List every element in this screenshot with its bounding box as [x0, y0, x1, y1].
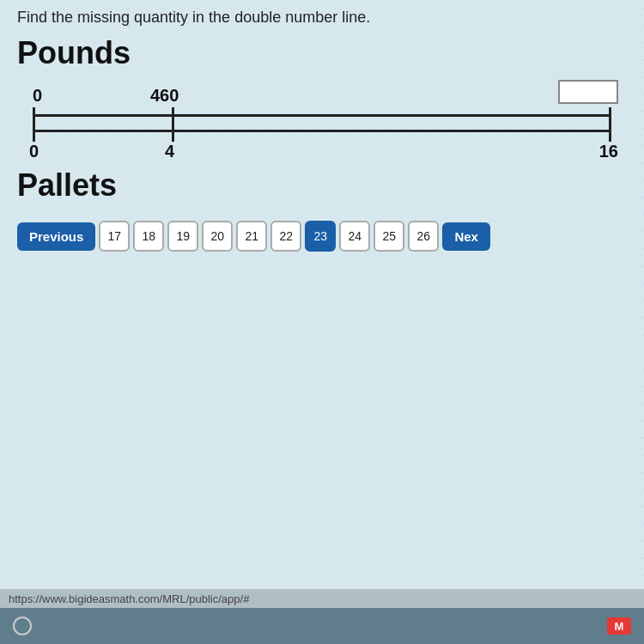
- bottom-value-0: 0: [29, 142, 39, 161]
- previous-button[interactable]: Previous: [17, 222, 95, 251]
- bottom-line: [33, 130, 611, 132]
- tick-460-top: [172, 107, 174, 126]
- top-scale: 0 460: [17, 80, 627, 106]
- bottom-value-16: 16: [599, 142, 618, 161]
- main-content: Find the missing quantity in the double …: [0, 0, 644, 592]
- page-btn-23[interactable]: 23: [305, 221, 336, 252]
- number-line-track: [17, 106, 627, 140]
- taskbar: M: [0, 608, 644, 644]
- pallets-label: Pallets: [17, 167, 627, 204]
- page-btn-18[interactable]: 18: [133, 221, 164, 252]
- bottom-scale: 0 4 16: [17, 142, 627, 167]
- tick-460-bottom: [172, 125, 174, 142]
- answer-input-box[interactable]: [558, 80, 618, 104]
- instruction-text: Find the missing quantity in the double …: [17, 9, 627, 27]
- top-line: [33, 114, 611, 117]
- page-btn-19[interactable]: 19: [167, 221, 198, 252]
- tick-left-top: [33, 107, 35, 126]
- top-value-0: 0: [33, 86, 42, 106]
- page-btn-20[interactable]: 20: [202, 221, 233, 252]
- next-button[interactable]: Nex: [442, 222, 490, 251]
- top-value-460: 460: [150, 86, 179, 106]
- page-btn-22[interactable]: 22: [270, 221, 301, 252]
- mail-icon[interactable]: M: [607, 617, 631, 635]
- url-text: https://www.bigideasmath.com/MRL/public/…: [9, 592, 249, 605]
- pounds-label: Pounds: [17, 35, 627, 71]
- number-line-container: 0 460 0 4 16: [17, 80, 627, 167]
- page-btn-25[interactable]: 25: [374, 221, 404, 252]
- tick-right-bottom: [609, 125, 611, 142]
- status-bar: https://www.bigideasmath.com/MRL/public/…: [0, 589, 644, 608]
- page-btn-17[interactable]: 17: [99, 221, 130, 252]
- page-btn-26[interactable]: 26: [408, 221, 439, 252]
- pagination: Previous 17 18 19 20 21 22 23 24 25 26 N…: [17, 221, 627, 252]
- page-btn-21[interactable]: 21: [236, 221, 267, 252]
- tick-left-bottom: [33, 125, 35, 142]
- home-button[interactable]: [13, 617, 32, 635]
- tick-right-top: [609, 107, 611, 126]
- page-btn-24[interactable]: 24: [339, 221, 370, 252]
- bottom-value-4: 4: [165, 142, 174, 161]
